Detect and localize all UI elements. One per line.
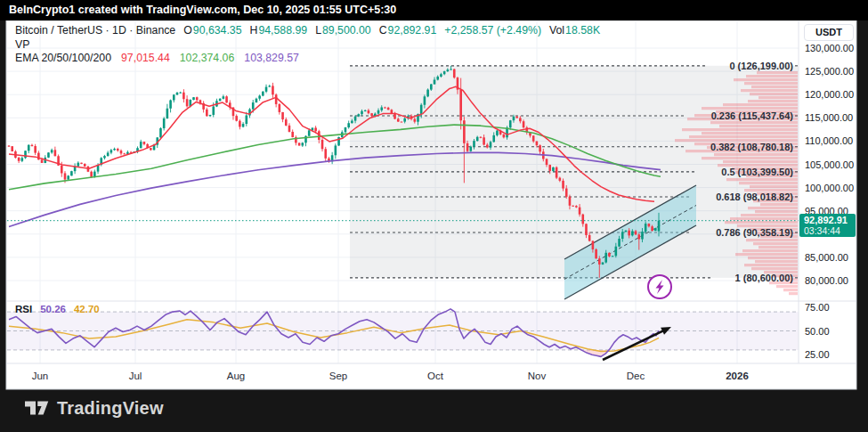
candle-body (562, 181, 564, 189)
candle-body (443, 71, 446, 74)
time-tick-label[interactable]: Nov (528, 371, 547, 381)
candle-body (291, 132, 294, 137)
volume-profile-bar (751, 86, 798, 88)
candle-body (8, 146, 11, 147)
indicator-vp-label[interactable]: VP (15, 38, 29, 51)
footer-bar: TradingView (0, 389, 868, 432)
candle-body (403, 118, 406, 122)
price-tick-label: 125,000.00 (805, 66, 854, 77)
symbol-title[interactable]: Bitcoin / TetherUS · 1D · Binance (15, 24, 175, 37)
volume-profile-bar (748, 257, 798, 259)
candle-body (335, 145, 337, 155)
candle-body (463, 120, 466, 143)
candle-body (523, 121, 525, 127)
volume-profile-bar (746, 239, 798, 241)
candle-body (345, 127, 347, 132)
candle-body (615, 247, 618, 257)
currency-chip[interactable]: USDT (804, 24, 854, 41)
candle-body (169, 100, 172, 108)
candle-body (123, 153, 126, 154)
candle-body (140, 142, 142, 148)
time-tick-label[interactable]: Dec (627, 371, 645, 381)
candle-body (476, 137, 479, 141)
time-tick-label[interactable]: Jul (129, 371, 142, 381)
volume-profile-bar (702, 157, 798, 159)
candle-body (256, 99, 258, 102)
candle-body (196, 97, 199, 100)
candle-body (107, 152, 110, 156)
candle-body (11, 146, 13, 151)
volume-profile-bar (750, 93, 798, 95)
time-tick-label[interactable]: Sep (329, 371, 347, 381)
candle-body (515, 117, 518, 118)
candle-body (351, 121, 353, 124)
candle-body (298, 143, 301, 145)
volume-profile-bar (748, 207, 798, 209)
time-tick-label[interactable]: 2026 (726, 371, 749, 381)
volume-profile-bar (741, 89, 798, 92)
fib-level-label: 0.786 (90,358.19) (716, 227, 793, 238)
candle-body (163, 118, 166, 128)
time-tick-label[interactable]: Aug (227, 371, 245, 381)
candle-body (430, 85, 433, 90)
candle-body (258, 95, 261, 98)
volume-profile-bar (714, 153, 798, 156)
candle-body (166, 109, 169, 118)
candle-body (559, 178, 562, 181)
candle-body (532, 135, 535, 141)
candle-body (308, 130, 311, 135)
last-price-badge[interactable]: 92,892.91 03:34:44 (799, 214, 856, 237)
fib-level-label: 0.382 (108,780.18) (710, 142, 793, 152)
time-tick-label[interactable]: Oct (427, 371, 444, 381)
candle-body (413, 119, 416, 122)
candle-body (354, 117, 357, 121)
candle-body (110, 150, 113, 152)
ohlc-low: L89,500.00 (315, 24, 371, 37)
fib-level-label: 0.5 (103,399.50) (721, 167, 793, 177)
candle-body (225, 96, 228, 102)
chart-canvas[interactable]: 0 (126,199.00)0.236 (115,437.64)0.382 (1… (0, 0, 868, 432)
indicator-ema-legend[interactable]: EMA 20/50/100/200 97,015.44 102,374.06 1… (15, 52, 299, 64)
tradingview-logo-text: TradingView (57, 398, 164, 419)
candle-body (548, 165, 551, 171)
candle-body (262, 92, 264, 96)
volume-profile-bar (755, 260, 798, 263)
candle-body (279, 104, 281, 112)
volume-profile-bar (734, 78, 798, 81)
rsi-ma-value: 42.70 (74, 304, 100, 314)
volume-profile-bar (689, 135, 798, 138)
tradingview-logo[interactable]: TradingView (25, 397, 164, 419)
candle-body (631, 231, 634, 235)
candle-body (252, 102, 255, 110)
candle-body (21, 158, 24, 160)
candle-body (239, 121, 241, 127)
volume-profile-bar (735, 253, 798, 256)
candle-body (592, 241, 595, 249)
price-tick-label: 85,000.00 (805, 252, 848, 263)
volume-profile-bar (741, 214, 798, 216)
volume-profile-bar (776, 285, 798, 288)
ohlc-high: H94,588.99 (250, 24, 308, 37)
candle-body (654, 228, 657, 231)
candle-body (61, 166, 63, 174)
rsi-tick-label: 50.00 (805, 326, 830, 337)
ohlc-close: C92,892.91 (379, 24, 437, 37)
time-tick-label[interactable]: Jun (32, 371, 49, 381)
candle-body (579, 208, 581, 215)
candle-body (391, 110, 393, 113)
candle-body (401, 122, 403, 123)
volume-profile-bar (758, 96, 798, 99)
candle-body (80, 163, 83, 164)
candle-body (235, 116, 238, 121)
candle-body (268, 86, 271, 86)
symbol-legend[interactable]: Bitcoin / TetherUS · 1D · Binance O90,63… (15, 24, 600, 37)
candle-body (206, 110, 208, 116)
rsi-legend[interactable]: RSI 50.26 42.70 (15, 304, 100, 314)
fib-level-label: 1 (80,600.00) (735, 273, 794, 283)
candle-body (637, 234, 640, 239)
candle-body (536, 142, 539, 145)
fib-level-label: 0.236 (115,437.64) (711, 110, 794, 121)
candle-body (223, 96, 225, 99)
rsi-tick-label: 75.00 (805, 302, 830, 313)
candle-body (364, 110, 367, 111)
